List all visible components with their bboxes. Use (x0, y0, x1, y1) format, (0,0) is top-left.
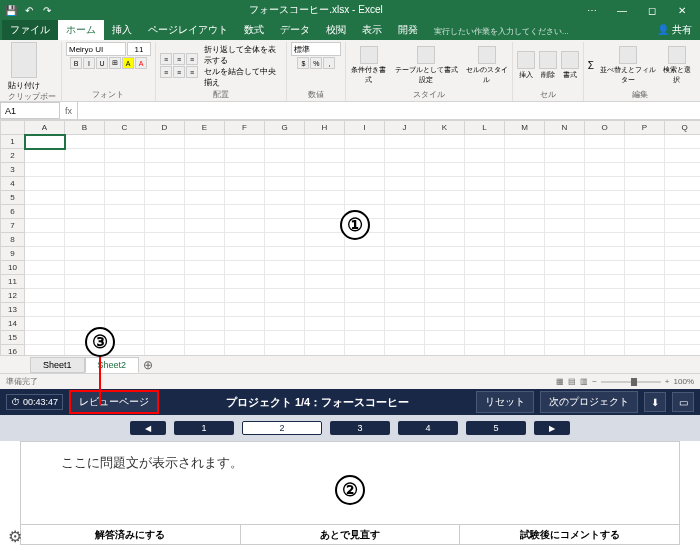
col-header[interactable]: P (625, 121, 665, 135)
cell[interactable] (185, 345, 225, 356)
cell[interactable] (585, 261, 625, 275)
cell[interactable] (385, 289, 425, 303)
row-header[interactable]: 13 (1, 303, 25, 317)
row-header[interactable]: 16 (1, 345, 25, 356)
cell[interactable] (105, 247, 145, 261)
cell[interactable] (25, 163, 65, 177)
question-3[interactable]: 3 (330, 421, 390, 435)
cell[interactable] (385, 317, 425, 331)
cell[interactable] (65, 247, 105, 261)
cell[interactable] (305, 275, 345, 289)
prev-question-button[interactable]: ◀ (130, 421, 166, 435)
tab-insert[interactable]: 挿入 (104, 20, 140, 40)
cell[interactable] (345, 345, 385, 356)
row-header[interactable]: 2 (1, 149, 25, 163)
cell[interactable] (25, 289, 65, 303)
cell[interactable] (425, 191, 465, 205)
cell[interactable] (305, 191, 345, 205)
cell[interactable] (145, 275, 185, 289)
cell[interactable] (305, 233, 345, 247)
row-header[interactable]: 5 (1, 191, 25, 205)
cell[interactable] (185, 317, 225, 331)
cell[interactable] (145, 177, 185, 191)
align-bot-icon[interactable]: ≡ (186, 53, 198, 65)
cell[interactable] (345, 135, 385, 149)
cell[interactable] (305, 219, 345, 233)
col-header[interactable]: H (305, 121, 345, 135)
review-later-button[interactable]: あとで見直す (241, 525, 461, 544)
cell[interactable] (585, 247, 625, 261)
cell[interactable] (505, 163, 545, 177)
cell[interactable] (345, 163, 385, 177)
row-header[interactable]: 11 (1, 275, 25, 289)
cell[interactable] (225, 163, 265, 177)
cell[interactable] (425, 303, 465, 317)
cell[interactable] (105, 191, 145, 205)
cell[interactable] (65, 275, 105, 289)
reset-button[interactable]: リセット (476, 391, 534, 413)
cell[interactable] (545, 163, 585, 177)
cell[interactable] (105, 303, 145, 317)
cell[interactable] (425, 261, 465, 275)
cell[interactable] (145, 219, 185, 233)
percent-icon[interactable]: % (310, 57, 322, 69)
cell[interactable] (265, 219, 305, 233)
cell[interactable] (305, 331, 345, 345)
cell[interactable] (465, 163, 505, 177)
cell[interactable] (145, 331, 185, 345)
cell[interactable] (145, 191, 185, 205)
sheet-tab-2[interactable]: Sheet2 (85, 357, 140, 373)
cell[interactable] (425, 163, 465, 177)
cell[interactable] (625, 345, 665, 356)
cell[interactable] (425, 247, 465, 261)
cell[interactable] (345, 261, 385, 275)
cell[interactable] (665, 163, 701, 177)
cell[interactable] (105, 149, 145, 163)
cell[interactable] (265, 247, 305, 261)
cell[interactable] (465, 233, 505, 247)
cell[interactable] (65, 219, 105, 233)
cell[interactable] (145, 233, 185, 247)
cell[interactable] (185, 275, 225, 289)
cell[interactable] (105, 261, 145, 275)
cell[interactable] (305, 149, 345, 163)
cell[interactable] (65, 177, 105, 191)
cell[interactable] (105, 219, 145, 233)
cell[interactable] (25, 205, 65, 219)
delete-cells-icon[interactable] (539, 51, 557, 69)
cell[interactable] (585, 303, 625, 317)
cell[interactable] (585, 191, 625, 205)
zoom-slider[interactable] (601, 381, 661, 383)
cell[interactable] (25, 247, 65, 261)
cell[interactable] (345, 331, 385, 345)
format-cells-icon[interactable] (561, 51, 579, 69)
cell[interactable] (665, 289, 701, 303)
cell[interactable] (465, 261, 505, 275)
cell[interactable] (25, 317, 65, 331)
cell[interactable] (545, 219, 585, 233)
cell[interactable] (505, 233, 545, 247)
cell[interactable] (505, 205, 545, 219)
cell[interactable] (305, 163, 345, 177)
cell[interactable] (145, 135, 185, 149)
cell[interactable] (625, 233, 665, 247)
cell[interactable] (25, 233, 65, 247)
cell[interactable] (465, 205, 505, 219)
cell[interactable] (425, 205, 465, 219)
cell[interactable] (265, 345, 305, 356)
cell[interactable] (105, 233, 145, 247)
cell[interactable] (265, 317, 305, 331)
cell[interactable] (425, 345, 465, 356)
redo-icon[interactable]: ↷ (40, 3, 54, 17)
cell[interactable] (345, 191, 385, 205)
cell[interactable] (585, 331, 625, 345)
italic-icon[interactable]: I (83, 57, 95, 69)
cell[interactable] (345, 289, 385, 303)
cell[interactable] (345, 149, 385, 163)
cell[interactable] (265, 205, 305, 219)
align-mid-icon[interactable]: ≡ (173, 53, 185, 65)
col-header[interactable]: E (185, 121, 225, 135)
cell[interactable] (585, 135, 625, 149)
cell[interactable] (345, 275, 385, 289)
row-header[interactable]: 1 (1, 135, 25, 149)
